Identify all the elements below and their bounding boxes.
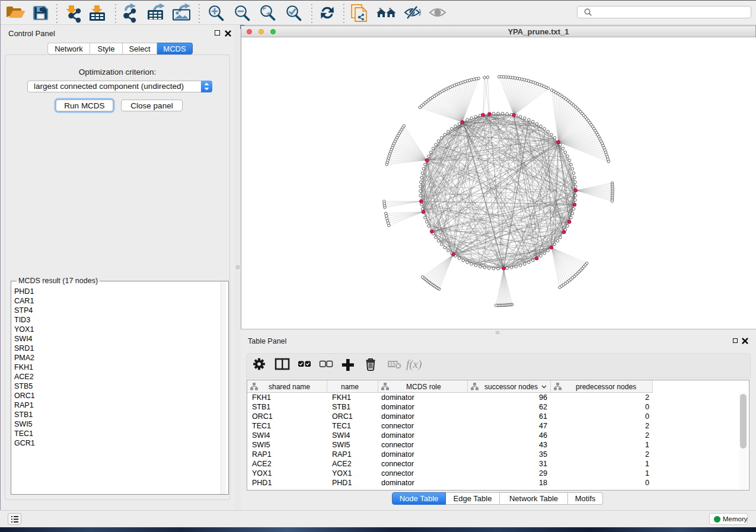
svg-text:f(x): f(x) bbox=[406, 358, 422, 371]
